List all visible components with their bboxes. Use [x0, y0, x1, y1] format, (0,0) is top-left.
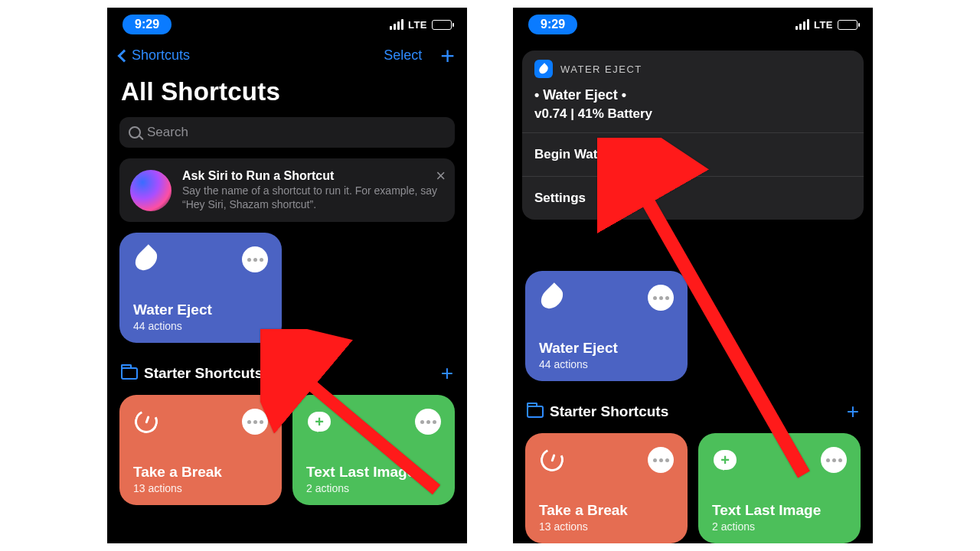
tile-name: Water Eject	[539, 340, 674, 357]
siri-tip-title: Ask Siri to Run a Shortcut	[182, 169, 444, 183]
sheet-title: • Water Eject •	[522, 81, 864, 106]
sheet-header: WATER EJECT	[522, 51, 864, 81]
battery-icon	[838, 20, 858, 30]
status-right: LTE	[795, 19, 858, 31]
tile-name: Text Last Image	[712, 502, 847, 519]
back-button[interactable]: Shortcuts	[119, 47, 190, 64]
network-label: LTE	[408, 19, 427, 31]
more-icon[interactable]	[648, 285, 674, 311]
section-label: Starter Shortcuts	[550, 403, 668, 419]
message-plus-icon: +	[712, 447, 738, 473]
tile-subtitle: 13 actions	[539, 520, 674, 533]
section-header[interactable]: Starter Shortcuts +	[527, 399, 859, 424]
section-header[interactable]: Starter Shortcuts +	[121, 361, 453, 386]
back-label: Shortcuts	[132, 47, 190, 64]
phone-screenshot-2: 9:29 LTE Water Eject 44 actions Starter …	[513, 8, 873, 543]
shortcut-tile-water-eject[interactable]: Water Eject 44 actions	[119, 233, 282, 343]
status-time: 9:29	[122, 15, 172, 34]
page-title: All Shortcuts	[107, 70, 467, 117]
water-drop-icon	[133, 246, 159, 272]
more-icon[interactable]	[242, 246, 268, 272]
tile-name: Text Last Image	[306, 464, 441, 481]
status-right: LTE	[390, 19, 452, 31]
section-label: Starter Shortcuts	[144, 365, 263, 381]
search-icon	[129, 126, 141, 139]
phone-screenshot-1: 9:29 LTE Shortcuts Select + All Shortcut…	[107, 8, 467, 543]
sheet-app-icon	[534, 60, 553, 78]
timer-icon	[133, 409, 159, 435]
status-bar: 9:29 LTE	[513, 8, 873, 41]
more-icon[interactable]	[821, 447, 847, 473]
message-plus-icon: +	[306, 409, 332, 435]
shortcut-tile-water-eject[interactable]: Water Eject 44 actions	[525, 271, 688, 381]
siri-tip-card[interactable]: Ask Siri to Run a Shortcut Say the name …	[119, 158, 455, 222]
shortcut-tile-text-last-image[interactable]: + Text Last Image 2 actions	[698, 433, 861, 543]
more-icon[interactable]	[415, 409, 441, 435]
signal-bars-icon	[390, 19, 403, 30]
section-add-button[interactable]: +	[441, 361, 453, 386]
status-time: 9:29	[528, 15, 577, 34]
sheet-option-begin[interactable]: Begin Water Ejection	[522, 132, 864, 176]
signal-bars-icon	[795, 19, 809, 30]
tile-subtitle: 13 actions	[133, 482, 268, 494]
status-bar: 9:29 LTE	[107, 8, 467, 41]
select-button[interactable]: Select	[384, 47, 422, 64]
sheet-app-name: WATER EJECT	[560, 64, 642, 75]
battery-icon	[432, 20, 452, 30]
more-icon[interactable]	[648, 447, 674, 473]
sheet-option-settings[interactable]: Settings	[522, 176, 864, 220]
shortcut-tile-take-a-break[interactable]: Take a Break 13 actions	[119, 395, 282, 505]
action-sheet: WATER EJECT • Water Eject • v0.74 | 41% …	[522, 51, 864, 220]
water-drop-icon	[539, 285, 565, 311]
shortcut-tile-take-a-break[interactable]: Take a Break 13 actions	[525, 433, 688, 543]
tile-subtitle: 44 actions	[539, 358, 674, 370]
tile-subtitle: 2 actions	[306, 482, 441, 494]
tile-name: Take a Break	[133, 464, 268, 481]
search-input[interactable]: Search	[119, 117, 455, 148]
more-icon[interactable]	[242, 409, 268, 435]
chevron-left-icon	[118, 49, 131, 62]
siri-tip-body: Say the name of a shortcut to run it. Fo…	[182, 184, 444, 211]
close-icon[interactable]: ×	[436, 166, 446, 186]
network-label: LTE	[814, 19, 833, 31]
shortcut-tile-text-last-image[interactable]: + Text Last Image 2 actions	[292, 395, 455, 505]
tile-name: Water Eject	[133, 302, 268, 318]
sheet-subtitle: v0.74 | 41% Battery	[522, 106, 864, 132]
siri-icon	[130, 170, 172, 211]
nav-bar: Shortcuts Select +	[107, 41, 467, 70]
tile-name: Take a Break	[539, 502, 674, 519]
folder-icon	[121, 367, 138, 380]
section-add-button[interactable]: +	[847, 399, 859, 424]
tile-subtitle: 2 actions	[712, 520, 847, 533]
folder-icon	[527, 406, 544, 418]
timer-icon	[539, 447, 565, 473]
tile-subtitle: 44 actions	[133, 320, 268, 332]
search-placeholder: Search	[147, 125, 188, 140]
